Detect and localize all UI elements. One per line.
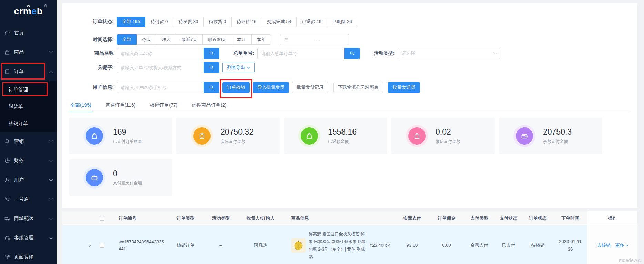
- user-info-label: 用户信息:: [69, 84, 114, 91]
- stat-value: 1558.16: [328, 127, 357, 137]
- sidebar-item-label: 订单管理: [9, 87, 28, 93]
- status-filter-all[interactable]: 全部 195: [117, 17, 145, 27]
- wallet-icon: [516, 127, 533, 145]
- pay-type-cell: 余额支付: [464, 225, 495, 264]
- sidebar-item-goods[interactable]: 商品: [0, 43, 57, 62]
- crmeb-logo[interactable]: crmeb®: [0, 0, 57, 23]
- sidebar-item-home[interactable]: 首页: [0, 23, 57, 43]
- sidebar-item-customer-service[interactable]: 客服管理: [0, 228, 57, 247]
- order-type-cell: 核销订单: [167, 225, 204, 264]
- status-filter-refunded[interactable]: 已退款 19: [296, 17, 327, 27]
- status-filter-completed[interactable]: 交易完成 54: [262, 17, 297, 27]
- time-filter-this-year[interactable]: 本年: [251, 34, 271, 45]
- logo-text: crmeb®: [14, 6, 43, 17]
- master-order-search-group: [257, 48, 360, 59]
- keyword-row: 关键字: 列表导出: [69, 62, 631, 73]
- stat-icon-halo: [298, 125, 320, 147]
- clipboard-icon: [193, 127, 211, 145]
- stat-text: 20750.3 余额支付金额: [543, 127, 572, 145]
- sidebar-item-finance[interactable]: 财务: [0, 151, 57, 170]
- sidebar-subitem-writeoff-orders[interactable]: 核销订单: [0, 115, 57, 132]
- batch-send-goods-button[interactable]: 批量发送货: [388, 82, 420, 93]
- tab-normal-orders[interactable]: 普通订单(116): [104, 102, 137, 112]
- table-header-row: 订单编号 订单类型 活动类型 收货人/订购人 商品信息 实际支付 订单佣金 支付…: [62, 211, 637, 225]
- tab-all[interactable]: 全部(195): [69, 102, 93, 112]
- status-filter-unshipped[interactable]: 待发货 80: [173, 17, 204, 27]
- goods-bag-icon: [4, 49, 10, 55]
- sidebar-item-label: 同城配送: [14, 215, 33, 222]
- download-logistics-table-button[interactable]: 下载物流公司对照表: [333, 82, 383, 93]
- stat-value: 0: [113, 169, 142, 178]
- row-spacer: [62, 225, 83, 264]
- time-select-row: 时间选择: 全部 今天 昨天 最近7天 最近30天 本月 本年 -: [69, 34, 631, 45]
- header-order-type: 订单类型: [167, 211, 204, 225]
- chevron-right-icon[interactable]: [87, 243, 91, 247]
- chevron-down-icon: [49, 197, 53, 200]
- chevron-down-icon: [625, 243, 628, 246]
- main-content: 订单状态: 全部 195 待付款 0 待发货 80 待收货 0 待评价 16 交…: [57, 0, 644, 264]
- sidebar-item-marketing[interactable]: 营销: [0, 132, 57, 151]
- time-button-group: 全部 今天 昨天 最近7天 最近30天 本月 本年: [117, 34, 271, 45]
- actions-cell: 去核销 更多: [587, 225, 637, 264]
- tab-virtual-orders[interactable]: 虚拟商品订单(2): [190, 102, 228, 112]
- sidebar-item-label: 订单: [14, 68, 24, 75]
- time-filter-yesterday[interactable]: 昨天: [156, 34, 176, 45]
- master-order-no-input[interactable]: [257, 48, 344, 59]
- order-doc-icon: [4, 68, 10, 75]
- pie-chart-icon: [4, 158, 10, 164]
- date-range-picker[interactable]: -: [280, 34, 349, 45]
- time-filter-this-month[interactable]: 本月: [232, 34, 252, 45]
- row-checkbox[interactable]: [100, 243, 104, 248]
- import-batch-shipping-button[interactable]: 导入批量发货: [253, 82, 289, 93]
- more-dropdown[interactable]: 更多: [615, 242, 628, 249]
- order-no-cell: wx1673424396442835441: [109, 225, 167, 264]
- time-filter-all[interactable]: 全部: [117, 34, 137, 45]
- product-name-input[interactable]: [117, 48, 204, 59]
- keyword-search-button[interactable]: [204, 62, 219, 73]
- master-order-search-button[interactable]: [344, 48, 360, 59]
- header-actual-pay: 实际支付: [395, 211, 429, 225]
- sidebar-item-users[interactable]: 用户: [0, 170, 57, 190]
- bag-icon: [408, 127, 426, 145]
- time-filter-today[interactable]: 今天: [136, 34, 156, 45]
- sidebar-item-orders[interactable]: 订单: [0, 62, 57, 81]
- keyword-input[interactable]: [117, 62, 204, 73]
- sidebar-item-label: 首页: [14, 30, 24, 36]
- stat-card-paid-orders: 169 已支付订单数量: [69, 118, 172, 154]
- user-info-search-button[interactable]: [204, 82, 219, 93]
- status-filter-unreviewed[interactable]: 待评价 16: [231, 17, 262, 27]
- sidebar-subitem-refund-orders[interactable]: 退款单: [0, 98, 57, 115]
- sidebar-item-page-decoration[interactable]: 页面装修: [0, 247, 57, 264]
- order-writeoff-button[interactable]: 订单核销: [222, 82, 250, 93]
- export-list-button[interactable]: 列表导出: [222, 62, 255, 73]
- stat-icon-halo: [83, 125, 105, 147]
- registered-mark: ®: [44, 4, 47, 8]
- status-filter-unreceived[interactable]: 待收货 0: [203, 17, 232, 27]
- sidebar-item-city-delivery[interactable]: 同城配送: [0, 209, 57, 228]
- select-all-checkbox[interactable]: [100, 216, 104, 221]
- activity-type-select[interactable]: 请选择: [398, 48, 500, 59]
- product-thumbnail[interactable]: [291, 238, 306, 253]
- order-time-cell: 2023-01-11 36: [553, 225, 587, 264]
- header-expand: [83, 211, 95, 225]
- stat-label: 实际支付金额: [221, 139, 254, 145]
- order-time-text: 2023-01-11 36: [559, 238, 582, 253]
- table-row: wx1673424396442835441 核销订单 -- 阿凡达 鲜惠源: [62, 225, 637, 264]
- truck-icon: [4, 215, 10, 222]
- sidebar-item-yihaotong[interactable]: 一号通: [0, 190, 57, 209]
- product-name-search-button[interactable]: [204, 48, 219, 59]
- sidebar-subitem-order-management[interactable]: 订单管理: [0, 81, 57, 98]
- time-filter-last30days[interactable]: 最近30天: [202, 34, 232, 45]
- time-filter-last7days[interactable]: 最近7天: [176, 34, 203, 45]
- go-writeoff-link[interactable]: 去核销: [597, 242, 611, 249]
- tab-writeoff-orders[interactable]: 核销订单(77): [148, 102, 179, 112]
- user-info-input[interactable]: [117, 82, 204, 93]
- status-filter-deleted[interactable]: 已删除 26: [327, 17, 357, 27]
- order-status-row: 订单状态: 全部 195 待付款 0 待发货 80 待收货 0 待评价 16 交…: [69, 17, 631, 27]
- batch-shipping-records-button[interactable]: 批量发货记录: [292, 82, 328, 93]
- select-all-checkbox-cell: [95, 211, 109, 225]
- search-icon: [209, 51, 214, 56]
- chevron-down-icon: [49, 158, 53, 162]
- status-filter-unpaid[interactable]: 待付款 0: [145, 17, 173, 27]
- stat-label: 已支付订单数量: [113, 139, 142, 145]
